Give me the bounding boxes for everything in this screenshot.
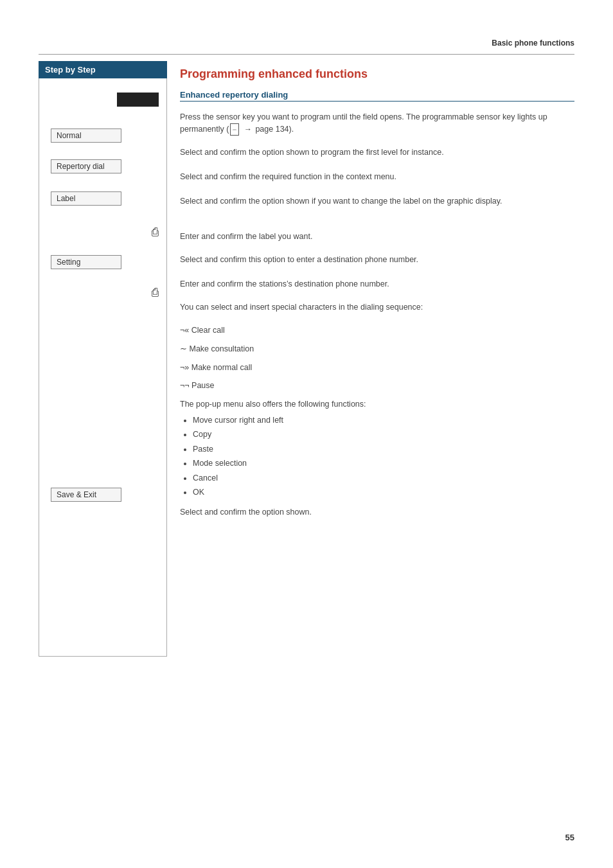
- popup-content: The pop-up menu also offers the followin…: [180, 398, 574, 500]
- keyboard-icon-2: ⎙: [152, 286, 159, 299]
- page-container: Basic phone functions Step by Step Norma…: [0, 0, 613, 868]
- pause-text: ¬¬ Pause: [180, 380, 574, 392]
- page-number: 55: [565, 833, 574, 842]
- content-row-clear: ¬« Clear call: [180, 321, 574, 340]
- header-title: Basic phone functions: [492, 39, 574, 48]
- arrow-1: →: [244, 125, 252, 134]
- sidebar-spacer-pause: [39, 384, 166, 402]
- label-button[interactable]: Label: [51, 191, 121, 206]
- keyboard1-text: Enter and confirm the label you want.: [180, 231, 574, 243]
- clear-call-text: ¬« Clear call: [180, 324, 574, 337]
- sidebar-row-save-exit: Save & Exit: [39, 479, 166, 510]
- subsection-title: Enhanced repertory dialing: [180, 90, 574, 102]
- content-row-sensor: Press the sensor key you want to program…: [180, 108, 574, 143]
- content-row-popup: The pop-up menu also offers the followin…: [180, 395, 574, 503]
- repertory-text: Select and confirm the required function…: [180, 171, 574, 183]
- content-row-setting: Select and confirm this option to enter …: [180, 251, 574, 275]
- content-row-consultation: ∼ Make consultation: [180, 340, 574, 359]
- consultation-text: ∼ Make consultation: [180, 343, 574, 355]
- content-row-repertory: Select and confirm the required function…: [180, 168, 574, 192]
- sidebar-row-label: Label: [39, 182, 166, 217]
- page-header: Basic phone functions: [39, 39, 574, 48]
- popup-bullet-list: Move cursor right and left Copy Paste Mo…: [180, 413, 574, 500]
- ref-icon-1: ⎓: [230, 123, 239, 136]
- bullet-ok: OK: [193, 485, 574, 500]
- bullet-cancel: Cancel: [193, 471, 574, 486]
- sidebar: Step by Step Normal: [39, 61, 167, 657]
- content-row-pause: ¬¬ Pause: [180, 376, 574, 395]
- sidebar-spacer-special: [39, 307, 166, 330]
- header-divider: [39, 54, 574, 55]
- label-text: Select and confirm the option shown if y…: [180, 195, 574, 208]
- content-row-normal-call: ¬» Make normal call: [180, 359, 574, 377]
- content-row-normal: Select and confirm the option shown to p…: [180, 143, 574, 168]
- sidebar-row-sensor: [39, 78, 166, 120]
- sidebar-spacer-clear: [39, 330, 166, 348]
- keyboard-icon-1: ⎙: [152, 226, 159, 239]
- content-row-keyboard2: Enter and confirm the stations’s destina…: [180, 275, 574, 298]
- sidebar-row-keyboard1: ⎙: [39, 217, 166, 247]
- normal-call-text: ¬» Make normal call: [180, 362, 574, 374]
- bullet-mode: Mode selection: [193, 456, 574, 471]
- sidebar-content: Normal Repertory dial Label: [39, 78, 167, 657]
- content-row-label: Select and confirm the option shown if y…: [180, 192, 574, 227]
- sidebar-row-keyboard2: ⎙: [39, 278, 166, 307]
- special-intro-text: You can select and insert special charac…: [180, 301, 574, 314]
- sidebar-row-normal: Normal: [39, 120, 166, 151]
- save-exit-text: Select and confirm the option shown.: [180, 506, 574, 518]
- bullet-copy: Copy: [193, 427, 574, 442]
- sensor-key-bar: [117, 93, 159, 107]
- content-row-keyboard1: Enter and confirm the label you want.: [180, 227, 574, 251]
- content-row-special-intro: You can select and insert special charac…: [180, 298, 574, 321]
- sensor-key-text: Press the sensor key you want to program…: [180, 111, 574, 136]
- normal-button[interactable]: Normal: [51, 128, 121, 143]
- step-by-step-label: Step by Step: [39, 61, 167, 78]
- sidebar-spacer-consult: [39, 348, 166, 366]
- main-content: Programming enhanced functions Enhanced …: [180, 61, 574, 657]
- main-layout: Step by Step Normal: [39, 61, 574, 657]
- bullet-paste: Paste: [193, 442, 574, 457]
- sidebar-row-setting: Setting: [39, 247, 166, 278]
- normal-text: Select and confirm the option shown to p…: [180, 146, 574, 159]
- popup-intro-text: The pop-up menu also offers the followin…: [180, 398, 574, 411]
- bullet-move: Move cursor right and left: [193, 413, 574, 428]
- repertory-dial-button[interactable]: Repertory dial: [51, 159, 121, 173]
- keyboard2-text: Enter and confirm the stations’s destina…: [180, 278, 574, 290]
- section-title: Programming enhanced functions: [180, 67, 574, 81]
- setting-text: Select and confirm this option to enter …: [180, 254, 574, 266]
- content-row-save-exit: Select and confirm the option shown.: [180, 503, 574, 527]
- sidebar-spacer-normalcall: [39, 366, 166, 384]
- save-exit-button[interactable]: Save & Exit: [51, 488, 121, 502]
- sidebar-spacer-popup: [39, 402, 166, 479]
- setting-button[interactable]: Setting: [51, 255, 121, 269]
- sidebar-row-repertory: Repertory dial: [39, 151, 166, 182]
